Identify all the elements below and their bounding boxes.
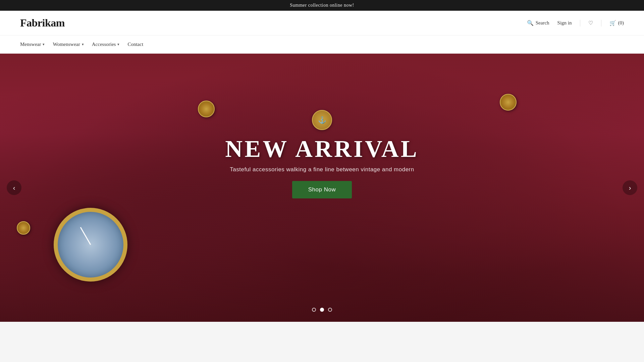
search-action[interactable]: 🔍 Search	[527, 20, 549, 26]
nav-item-accessories[interactable]: Accessories ▾	[92, 36, 128, 53]
signin-label: Sign in	[557, 20, 572, 26]
chevron-down-icon: ▾	[43, 42, 45, 47]
hero-badge-icon: ⚓	[312, 110, 332, 130]
header: Fabrikam 🔍 Search Sign in ♡ 🛒 (0)	[0, 11, 644, 36]
logo[interactable]: Fabrikam	[20, 17, 65, 29]
search-label: Search	[536, 20, 549, 26]
hero-section: ⚓ NEW ARRIVAL Tasteful accessories walki…	[0, 54, 644, 322]
main-nav: Menswear ▾ Womenswear ▾ Accessories ▾ Co…	[0, 36, 644, 54]
chevron-down-icon: ▾	[82, 42, 84, 47]
announcement-bar: Summer collection online now!	[0, 0, 644, 11]
header-divider	[580, 20, 580, 26]
slider-prev-button[interactable]: ‹	[7, 180, 21, 195]
slider-dots	[312, 308, 332, 312]
below-hero-section	[0, 322, 644, 362]
cart-action[interactable]: 🛒 (0)	[609, 20, 624, 26]
nav-contact-label: Contact	[127, 42, 143, 47]
hero-subtitle: Tasteful accessories walking a fine line…	[230, 166, 414, 173]
nav-item-menswear[interactable]: Menswear ▾	[20, 36, 53, 53]
search-icon: 🔍	[527, 20, 534, 26]
heart-icon: ♡	[588, 20, 593, 26]
cart-label: (0)	[618, 20, 624, 26]
header-divider-2	[601, 20, 601, 26]
jacket-button-1	[198, 101, 215, 117]
signin-action[interactable]: Sign in	[557, 20, 572, 26]
wishlist-action[interactable]: ♡	[588, 20, 593, 26]
nav-item-contact[interactable]: Contact	[127, 36, 151, 53]
nav-menswear-label: Menswear	[20, 42, 41, 47]
announcement-text: Summer collection online now!	[290, 3, 354, 8]
slider-dot-1[interactable]	[312, 308, 316, 312]
jacket-button-2	[500, 94, 517, 111]
cart-icon: 🛒	[609, 20, 616, 26]
nav-item-womenswear[interactable]: Womenswear ▾	[53, 36, 92, 53]
header-actions: 🔍 Search Sign in ♡ 🛒 (0)	[527, 20, 624, 26]
hero-title: NEW ARRIVAL	[225, 137, 419, 161]
slider-dot-3[interactable]	[328, 308, 332, 312]
slider-next-button[interactable]: ›	[623, 180, 637, 195]
chevron-down-icon: ▾	[117, 42, 119, 47]
slider-dot-2[interactable]	[320, 308, 324, 312]
shop-now-button[interactable]: Shop Now	[292, 181, 352, 198]
nav-womenswear-label: Womenswear	[53, 42, 80, 47]
watch-decoration	[54, 208, 127, 282]
jacket-button-3	[17, 221, 30, 235]
hero-content: ⚓ NEW ARRIVAL Tasteful accessories walki…	[225, 110, 419, 198]
nav-accessories-label: Accessories	[92, 42, 116, 47]
